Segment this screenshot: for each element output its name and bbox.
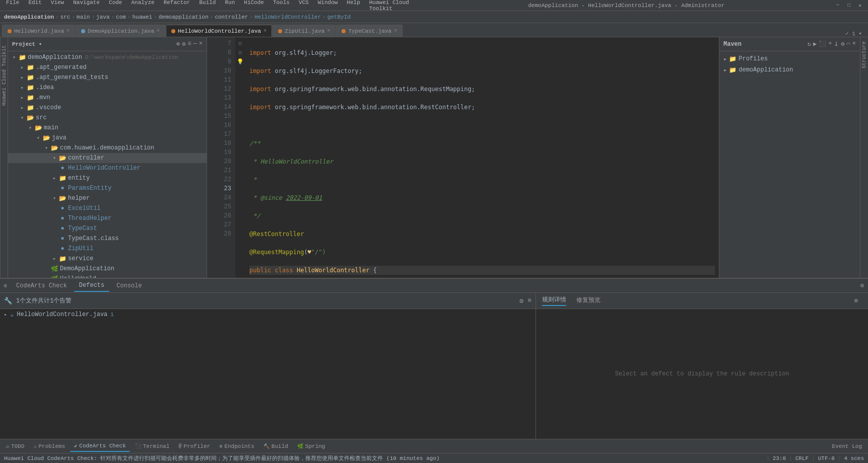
tree-item-helloworld[interactable]: 🌿 HelloWorld — [8, 274, 207, 278]
tree-item-java-dir[interactable]: ▾ 📂 java — [8, 133, 207, 143]
menu-tools[interactable]: Tools — [271, 0, 292, 12]
tab-typecast[interactable]: TypeCast.java × — [336, 25, 403, 37]
menu-analyze[interactable]: Analyze — [129, 0, 156, 12]
tab-close-hwcontroller[interactable]: × — [263, 28, 266, 34]
menu-build[interactable]: Build — [197, 0, 218, 12]
bc-src[interactable]: src — [60, 14, 71, 20]
menu-huawei[interactable]: Huawei Cloud Toolkit — [367, 0, 419, 12]
maven-add-icon[interactable]: + — [828, 40, 832, 48]
huawei-toolkit-label[interactable]: Huawei Cloud Toolkit — [2, 41, 7, 110]
btab-console[interactable]: Console — [111, 280, 147, 292]
btm-tab-terminal[interactable]: ⬛ Terminal — [131, 441, 174, 452]
tree-item-com-huawei[interactable]: ▾ 📂 com.huawei.demoapplication — [8, 143, 207, 153]
tree-item-hwcontroller[interactable]: ● HelloWorldController — [8, 163, 207, 173]
defects-expand-icon[interactable]: 🔧 — [4, 297, 12, 305]
rule-panel-settings-icon[interactable]: ⚙ — [850, 297, 862, 304]
btm-tab-profiler[interactable]: @ Profiler — [175, 441, 215, 452]
tree-item-demoapplication[interactable]: 🌿 DemoApplication — [8, 264, 207, 274]
tree-item-typecast-class[interactable]: ● TypeCast.class — [8, 234, 207, 244]
run-config-dropdown[interactable]: ✓ 1 ▾ — [845, 30, 862, 37]
tree-item-controller[interactable]: ▾ 📂 controller — [8, 153, 207, 163]
maven-profiles[interactable]: ▸ 📁 Profiles — [719, 53, 860, 64]
maven-download-icon[interactable]: ⤓ — [834, 40, 839, 48]
tree-item-main[interactable]: ▾ 📂 main — [8, 123, 207, 133]
close-button[interactable]: ✕ — [856, 2, 864, 10]
tree-item-entity[interactable]: ▸ 📁 entity — [8, 173, 207, 183]
tab-close-demoapplication[interactable]: × — [157, 28, 160, 34]
tab-helloworldcontroller[interactable]: HelloWorldController.java × — [166, 25, 272, 37]
tree-item-excelutil[interactable]: ● ExcelUtil — [8, 203, 207, 213]
menu-view[interactable]: View — [49, 0, 66, 12]
tab-close-ziputil[interactable]: × — [327, 28, 330, 34]
tree-item-apt[interactable]: ▸ 📁 .apt_generated — [8, 62, 207, 72]
menu-vcs[interactable]: VCS — [297, 0, 311, 12]
tree-item-root[interactable]: ▾ 📁 demoApplication D:\workspace\demoApp… — [8, 52, 207, 62]
lightbulb-23[interactable]: 💡 — [237, 59, 244, 65]
project-icon-collapse[interactable]: — — [193, 40, 197, 48]
tree-item-mvn[interactable]: ▸ 📁 .mvn — [8, 93, 207, 103]
fold-19[interactable]: ⊟ — [239, 50, 242, 56]
tab-ziputil[interactable]: ZipUtil.java × — [273, 25, 336, 37]
structure-label[interactable]: Structure — [860, 37, 868, 72]
defects-filter-icon[interactable]: ⚙ — [519, 297, 523, 305]
menu-navigate[interactable]: Navigate — [71, 0, 102, 12]
event-log-link[interactable]: Event Log — [828, 443, 866, 449]
bc-controller-file[interactable]: HelloWorldController — [254, 14, 321, 20]
bottom-settings-icon[interactable]: ⚙ — [4, 283, 7, 289]
project-icon-close[interactable]: × — [199, 40, 203, 48]
project-icon-settings[interactable]: ≡ — [187, 40, 191, 48]
rule-tab-preview[interactable]: 修复预览 — [576, 296, 600, 305]
bc-controller[interactable]: controller — [215, 14, 248, 20]
tab-demoapplication[interactable]: DemoApplication.java × — [76, 25, 165, 37]
tree-item-src[interactable]: ▾ 📂 src — [8, 113, 207, 123]
project-icon-config[interactable]: ⚙ — [182, 40, 185, 48]
menu-help[interactable]: Help — [345, 0, 362, 12]
tree-item-helper[interactable]: ▾ 📂 helper — [8, 193, 207, 203]
btm-tab-build[interactable]: 🔨 Build — [259, 441, 292, 452]
menu-hicode[interactable]: HiCode — [242, 0, 266, 12]
bc-project[interactable]: demoApplication — [4, 14, 54, 20]
fold-12[interactable]: ⊟ — [239, 41, 242, 47]
menu-window[interactable]: Window — [316, 0, 340, 12]
tree-item-typecast[interactable]: ● TypeCast — [8, 223, 207, 234]
tab-close-typecast[interactable]: × — [394, 28, 397, 34]
tab-helloworld[interactable]: HelloWorld.java × — [2, 25, 75, 37]
menu-run[interactable]: Run — [223, 0, 237, 12]
rule-tab-detail[interactable]: 规则详情 — [542, 295, 566, 306]
btm-tab-problems[interactable]: ⚠ Problems — [29, 441, 69, 452]
btm-tab-spring[interactable]: 🌿 Spring — [293, 441, 329, 452]
bc-huawei[interactable]: huawei — [132, 14, 153, 20]
maven-close-icon[interactable]: × — [852, 40, 856, 48]
maximize-button[interactable]: □ — [845, 2, 853, 10]
bc-com[interactable]: com — [116, 14, 126, 20]
menu-edit[interactable]: Edit — [26, 0, 43, 12]
bc-java[interactable]: java — [96, 14, 109, 20]
tree-item-idea[interactable]: ▸ 📁 .idea — [8, 83, 207, 93]
btm-tab-todo[interactable]: ☑ TODO — [2, 441, 28, 452]
maven-collapse-icon[interactable]: ⌒ — [847, 40, 850, 48]
menu-code[interactable]: Code — [107, 0, 124, 12]
bc-demoapplication[interactable]: demoapplication — [159, 14, 209, 20]
bc-method[interactable]: getById — [327, 14, 351, 20]
btm-tab-endpoints[interactable]: ⊕ Endpoints — [215, 441, 258, 452]
tree-item-apt-tests[interactable]: ▸ 📁 .apt_generated_tests — [8, 72, 207, 83]
btab-defects[interactable]: Defects — [74, 280, 109, 292]
code-area[interactable]: 7891011 1213141516 1718192021 2223242526… — [207, 37, 719, 278]
maven-run-icon[interactable]: ▶ — [813, 40, 817, 48]
tab-close-helloworld[interactable]: × — [66, 28, 70, 34]
maven-debug-icon[interactable]: ⬛ — [819, 40, 826, 48]
defect-row-0[interactable]: ▸ ☕ HelloWorldController.java 1 — [0, 309, 536, 320]
minimize-button[interactable]: ─ — [834, 2, 842, 10]
defects-sort-icon[interactable]: ≡ — [527, 297, 531, 304]
tree-item-threadhelper[interactable]: ● ThreadHelper — [8, 213, 207, 223]
project-icon-locate[interactable]: ⊕ — [176, 40, 180, 48]
tree-item-ziputil[interactable]: ● ZipUtil — [8, 244, 207, 254]
code-content[interactable]: import org.slf4j.Logger; import org.slf4… — [245, 37, 719, 278]
maven-settings-icon[interactable]: ⚙ — [841, 40, 844, 48]
menu-file[interactable]: File — [4, 0, 21, 12]
maven-reload-icon[interactable]: ↻ — [808, 40, 811, 48]
maven-demoapplication[interactable]: ▸ 📁 demoApplication — [719, 64, 860, 75]
menu-refactor[interactable]: Refactor — [162, 0, 192, 12]
tree-item-vscode[interactable]: ▸ 📁 .vscode — [8, 103, 207, 113]
tree-item-service[interactable]: ▸ 📁 service — [8, 254, 207, 264]
